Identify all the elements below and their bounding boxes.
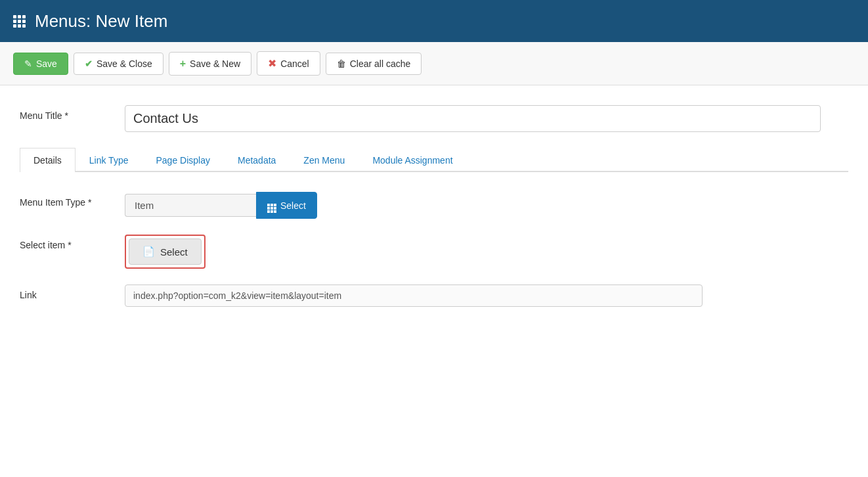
menu-item-type-label: Menu Item Type *: [20, 192, 125, 208]
select-grid-icon: [267, 198, 276, 213]
document-icon: 📄: [142, 246, 155, 258]
link-row: Link: [20, 284, 848, 307]
select-item-button[interactable]: 📄 Select: [129, 238, 202, 265]
menu-grid-icon: [13, 15, 26, 28]
tabs-container: Details Link Type Page Display Metadata …: [20, 148, 848, 172]
menu-item-type-input-group: Item Select: [125, 192, 848, 219]
check-icon: ✔: [85, 58, 93, 69]
page-title: Menus: New Item: [35, 11, 167, 32]
menu-title-row: Menu Title *: [20, 105, 848, 132]
menu-item-type-control: Item Select: [125, 192, 848, 219]
menu-title-control: [125, 105, 848, 132]
toolbar: ✎ Save ✔ Save & Close + Save & New ✖ Can…: [0, 42, 868, 85]
plus-icon: +: [180, 58, 186, 70]
menu-item-type-row: Menu Item Type * Item Select: [20, 192, 848, 219]
trash-icon: 🗑: [337, 58, 346, 69]
save-icon: ✎: [24, 58, 32, 69]
tab-link-type[interactable]: Link Type: [76, 148, 142, 172]
menu-item-type-select-button[interactable]: Select: [256, 192, 317, 219]
page-header: Menus: New Item: [0, 0, 868, 42]
tab-zen-menu[interactable]: Zen Menu: [290, 148, 358, 172]
tab-details[interactable]: Details: [20, 148, 76, 172]
cancel-icon: ✖: [268, 57, 276, 70]
clear-cache-button[interactable]: 🗑 Clear all cache: [326, 53, 422, 75]
select-item-row: Select item * 📄 Select: [20, 235, 848, 269]
cancel-button[interactable]: ✖ Cancel: [257, 51, 320, 76]
save-button[interactable]: ✎ Save: [13, 53, 68, 75]
main-content: Menu Title * Details Link Type Page Disp…: [0, 85, 868, 477]
menu-title-label: Menu Title *: [20, 105, 125, 121]
select-item-label: Select item *: [20, 235, 125, 250]
link-input[interactable]: [125, 284, 703, 307]
select-item-highlight-border: 📄 Select: [125, 235, 206, 269]
grid-select-icon: [267, 204, 276, 213]
menu-item-type-value: Item: [125, 194, 256, 217]
save-new-button[interactable]: + Save & New: [169, 52, 251, 76]
link-control: [125, 284, 848, 307]
select-item-control: 📄 Select: [125, 235, 848, 269]
menus-icon: [13, 15, 26, 28]
save-close-button[interactable]: ✔ Save & Close: [74, 53, 163, 75]
tab-module-assignment[interactable]: Module Assignment: [358, 148, 466, 172]
tab-page-display[interactable]: Page Display: [142, 148, 224, 172]
tab-metadata[interactable]: Metadata: [224, 148, 290, 172]
menu-title-input[interactable]: [125, 105, 821, 132]
link-label: Link: [20, 284, 125, 300]
